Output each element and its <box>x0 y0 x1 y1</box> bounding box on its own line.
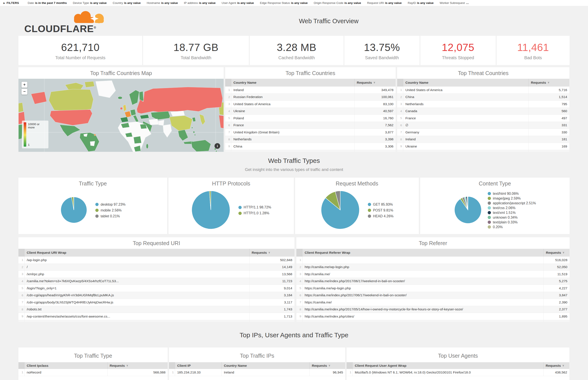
sort-desc-icon[interactable]: ∨ <box>373 81 375 84</box>
legend-item[interactable]: tablet 0.21% <box>95 214 125 218</box>
table-row[interactable]: 1noRecord568,088 <box>19 369 168 376</box>
filter-item[interactable]: Hostnameis any value <box>147 1 178 4</box>
table-row[interactable]: 5France497 <box>397 115 569 122</box>
table-row[interactable]: 1516,028 <box>296 257 569 264</box>
table-row[interactable]: 1Mozilla/5.0 (Windows NT 6.1; WOW64; rv:… <box>346 369 569 376</box>
legend-item[interactable]: unknown 0.34% <box>488 216 536 220</box>
table-row[interactable]: 9China3,306 <box>225 143 396 150</box>
table-row[interactable]: 7/cdn-cgi/apps/body/3Lh52SjWTQ4HRlErJykH… <box>19 299 294 306</box>
filter-item[interactable]: Origin Response Codeis any value <box>314 1 361 4</box>
column-header[interactable]: Requests∨ <box>354 79 396 87</box>
table-row[interactable]: 1/wp-login.php502,848 <box>19 257 294 264</box>
sort-desc-icon[interactable]: ∨ <box>562 364 564 367</box>
table-row[interactable]: 10Singapore158 <box>397 150 569 152</box>
legend-item[interactable]: HTTP/1.1 98.72% <box>238 205 271 209</box>
table-row[interactable]: 4/camilia.me?token=s3+7k6XQvKwzp5/4XSs4r… <box>19 278 294 285</box>
table-row[interactable]: 8http://camilia.me/index.php/2017/05/14/… <box>296 306 569 313</box>
sort-desc-icon[interactable]: ∨ <box>563 251 565 254</box>
table-row[interactable]: 2http://camilia.me/wp-login.php52,050 <box>296 264 569 271</box>
pie-chart[interactable] <box>60 196 87 225</box>
table-row[interactable]: 5https://camilia.me/wp-login.php4,227 <box>296 285 569 292</box>
sort-desc-icon[interactable]: ∨ <box>547 81 549 84</box>
table-row[interactable]: 3http://camilia.me/11,519 <box>296 271 569 278</box>
table-row[interactable]: 2China1,514 <box>397 94 569 101</box>
zoom-in-button[interactable]: + <box>21 82 27 88</box>
filter-item[interactable]: Device Typeis any value <box>73 1 107 4</box>
column-header[interactable]: Country Name <box>403 79 528 87</box>
table-row[interactable]: 2/14,149 <box>19 264 294 271</box>
table-row[interactable]: 3United States of America83,100 <box>225 101 396 108</box>
table-row[interactable]: 6France7,562 <box>225 122 396 129</box>
legend-item[interactable]: HTTP/1.0 1.28% <box>238 211 271 215</box>
column-header[interactable]: Country Name <box>222 362 309 369</box>
table-row[interactable]: 6/cdn-cgi/apps/head/xVgyKhR-vV3dAUGhMqfB… <box>19 292 294 299</box>
legend-item[interactable]: HEAD 4.26% <box>368 214 393 218</box>
filter-item[interactable]: IP addressis any value <box>184 1 216 4</box>
pie-chart[interactable] <box>454 196 482 225</box>
table-row[interactable]: 1United States of America5,716 <box>397 87 569 94</box>
column-header[interactable]: Requests∨ <box>309 362 345 369</box>
table-row[interactable]: 3/xmlrpc.php13,568 <box>19 271 294 278</box>
table-row[interactable]: 1185.234.218.33Ireland96,945 <box>169 369 345 376</box>
column-header[interactable]: Client Request URI Wrap <box>24 249 249 257</box>
column-header[interactable]: Requests∨ <box>543 362 569 369</box>
filter-item[interactable]: Countryis any value <box>113 1 141 4</box>
legend-item[interactable]: text/css 2.06% <box>488 206 536 210</box>
column-header[interactable]: Requests∨ <box>528 79 569 87</box>
table-row[interactable]: 9http://camilia.me/index.php/cities/1,89… <box>296 313 569 320</box>
column-header[interactable]: Client Request Referer Wrap <box>302 249 544 257</box>
legend-item[interactable]: POST 9.81% <box>368 209 393 212</box>
column-header[interactable]: Client Request User Agent Wrap <box>352 362 543 369</box>
table-row[interactable]: 10Canada2,215 <box>225 150 396 152</box>
pie-chart[interactable] <box>191 190 231 230</box>
legend-item[interactable]: image/jpeg 2.59% <box>488 196 536 200</box>
table-row[interactable]: 8Netherlands3,398 <box>225 136 396 143</box>
filters-toggle[interactable]: ▶ FILTERS <box>3 1 19 4</box>
filter-item[interactable]: Edge Response Statusis any value <box>260 1 308 4</box>
column-header[interactable]: Client Ipclass <box>24 362 107 369</box>
legend-item[interactable]: 0.20% <box>488 225 536 229</box>
filter-item[interactable]: RayIDis any value <box>408 1 434 4</box>
info-icon[interactable]: i <box>215 143 220 149</box>
world-map[interactable]: + − 10000 or more 1 i <box>19 79 224 152</box>
sort-desc-icon[interactable]: ∨ <box>328 364 330 367</box>
sort-desc-icon[interactable]: ∨ <box>126 364 128 367</box>
table-row[interactable]: 5/login/?login_only=19,014 <box>19 285 294 292</box>
table-row[interactable]: 6∅331 <box>397 122 569 129</box>
filter-item[interactable]: Dateis in the past 7 months <box>28 1 67 4</box>
sort-desc-icon[interactable]: ∨ <box>268 251 270 254</box>
column-header[interactable]: Requests∨ <box>544 249 569 257</box>
table-row[interactable]: 4http://camilia.me/index.php/2017/06/17/… <box>296 278 569 285</box>
column-header[interactable]: Requests∨ <box>107 362 168 369</box>
table-row[interactable]: 3Netherlands795 <box>397 101 569 108</box>
table-row[interactable]: 7Germany330 <box>397 129 569 136</box>
table-row[interactable]: 5Poland16,760 <box>225 115 396 122</box>
table-row[interactable]: 10http://camilia.me/index.php/about/1,47… <box>296 320 569 322</box>
table-row[interactable]: 6https://camilia.me/index.php/2017/06/17… <box>296 292 569 299</box>
table-row[interactable]: 4Ukraine40,597 <box>225 108 396 115</box>
table-row[interactable]: 7United Kingdom (Great Britain)3,877 <box>225 129 396 136</box>
column-header[interactable]: Requests∨ <box>249 249 294 257</box>
zoom-out-button[interactable]: − <box>21 89 27 95</box>
filter-item[interactable]: Request URIis any value <box>367 1 402 4</box>
table-row[interactable]: 8Ireland181 <box>397 136 569 143</box>
table-row[interactable]: 9/wp-content/themes/ashe/assets/css/font… <box>19 313 294 320</box>
legend-item[interactable]: text/xml 1.51% <box>488 211 536 215</box>
table-row[interactable]: 8/robots.txt1,743 <box>19 306 294 313</box>
filter-item[interactable]: Worker Subrequest… <box>440 1 469 4</box>
legend-item[interactable]: text/html 90.06% <box>488 192 536 196</box>
table-row[interactable]: 2Russian Federation100,061 <box>225 94 396 101</box>
column-header[interactable]: Country Name <box>231 79 354 87</box>
legend-item[interactable]: text/plain 0.33% <box>488 220 536 224</box>
pie-chart[interactable] <box>321 190 360 230</box>
legend-item[interactable]: desktop 97.23% <box>95 203 125 207</box>
legend-item[interactable]: application/javascript 2.51% <box>488 201 536 205</box>
table-row[interactable]: 9Ukraine169 <box>397 143 569 150</box>
legend-item[interactable]: GET 85.93% <box>368 203 393 207</box>
table-row[interactable]: 10/wp-content/themes/ashe/style.css?ver=… <box>19 320 294 322</box>
filter-item[interactable]: User Agentis any value <box>222 1 254 4</box>
legend-item[interactable]: mobile 2.56% <box>95 209 125 212</box>
column-header[interactable]: Client IP <box>175 362 222 369</box>
table-row[interactable]: 4Canada560 <box>397 108 569 115</box>
table-row[interactable]: 7https://camilia.me/2,390 <box>296 299 569 306</box>
